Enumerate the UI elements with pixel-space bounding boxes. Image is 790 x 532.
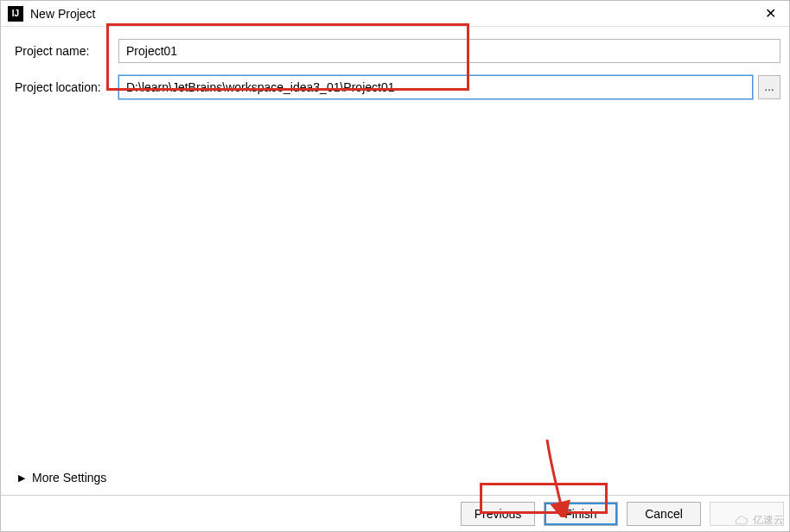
- more-settings-label: More Settings: [32, 471, 106, 484]
- project-name-row: Project name:: [15, 39, 780, 63]
- project-name-input[interactable]: [118, 39, 780, 63]
- browse-location-button[interactable]: …: [758, 75, 780, 99]
- disclosure-triangle-icon: ▶: [18, 472, 25, 484]
- project-location-row: Project location: …: [15, 75, 780, 99]
- new-project-dialog: IJ New Project ✕ Project name: Project l…: [0, 0, 790, 532]
- project-location-input[interactable]: [118, 75, 753, 99]
- help-button[interactable]: [710, 502, 784, 526]
- window-title: New Project: [30, 7, 95, 21]
- intellij-app-icon: IJ: [8, 6, 23, 22]
- project-location-label: Project location:: [15, 80, 118, 94]
- cancel-button[interactable]: Cancel: [627, 502, 701, 526]
- project-name-label: Project name:: [15, 44, 118, 58]
- previous-button[interactable]: Previous: [461, 502, 535, 526]
- title-bar: IJ New Project ✕: [1, 1, 789, 27]
- dialog-body: Project name: Project location: … ▶: [1, 27, 789, 531]
- more-settings-toggle[interactable]: ▶ More Settings: [18, 471, 106, 484]
- dialog-button-bar: Previous Finish Cancel: [1, 495, 789, 531]
- close-button[interactable]: ✕: [761, 6, 779, 23]
- finish-button[interactable]: Finish: [544, 502, 618, 526]
